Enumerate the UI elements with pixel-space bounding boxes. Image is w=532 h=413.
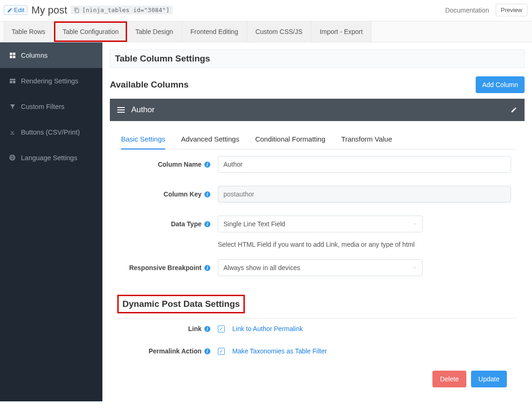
- responsive-value: Always show in all devices: [223, 264, 300, 271]
- grid-icon: [8, 51, 16, 59]
- sidebar-item-label: Columns: [21, 52, 47, 59]
- label-data-type-text: Data Type: [171, 220, 202, 228]
- download-icon: [8, 128, 16, 136]
- body-wrap: Columns Rendering Settings Custom Filter…: [0, 42, 532, 401]
- label-column-name: Column Name i: [117, 161, 210, 168]
- pencil-icon: [7, 7, 13, 13]
- top-tabs: Table Rows Table Configuration Table Des…: [0, 21, 532, 42]
- preview-button[interactable]: Preview: [496, 4, 527, 16]
- column-panel-header[interactable]: Author: [110, 99, 525, 121]
- add-column-button[interactable]: Add Column: [476, 76, 525, 93]
- label-responsive: Responsive Breakpoint i: [117, 264, 210, 271]
- data-type-value: Single Line Text Field: [223, 220, 285, 228]
- filter-icon: [8, 102, 16, 110]
- chevron-down-icon: [412, 265, 417, 270]
- info-icon[interactable]: i: [204, 221, 210, 227]
- footer-buttons: Delete Update: [110, 358, 525, 387]
- sidebar-item-filters[interactable]: Custom Filters: [0, 94, 102, 119]
- inner-tabs: Basic Settings Advanced Settings Conditi…: [117, 135, 517, 149]
- column-panel-header-left: Author: [117, 105, 155, 115]
- label-permalink-text: Permalink Action: [148, 347, 202, 355]
- row-responsive: Responsive Breakpoint i Always show in a…: [110, 253, 525, 283]
- label-permalink-action: Permalink Action i: [117, 347, 210, 355]
- dynamic-post-title: Dynamic Post Data Settings: [117, 295, 245, 313]
- delete-button[interactable]: Delete: [432, 371, 466, 387]
- page-title: Table Column Settings: [110, 49, 525, 68]
- top-header-right: Documentation Preview: [445, 4, 527, 16]
- row-permalink-action: Permalink Action i ✓ Make Taxonomies as …: [110, 335, 525, 358]
- inner-tab-basic[interactable]: Basic Settings: [121, 135, 165, 149]
- column-name-input[interactable]: [218, 156, 511, 173]
- column-header-name: Author: [131, 105, 155, 115]
- link-checkbox-label[interactable]: Link to Author Permalink: [232, 325, 303, 332]
- sidebar-item-label: Custom Filters: [21, 103, 64, 110]
- sidebar-item-rendering[interactable]: Rendering Settings: [0, 68, 102, 94]
- inner-tab-advanced[interactable]: Advanced Settings: [181, 135, 239, 149]
- panel-body: Basic Settings Advanced Settings Conditi…: [110, 121, 525, 387]
- responsive-select[interactable]: Always show in all devices: [218, 259, 423, 276]
- tab-custom-css-js[interactable]: Custom CSS/JS: [247, 21, 311, 42]
- available-columns-row: Available Columns Add Column: [110, 76, 525, 93]
- copy-icon: [74, 7, 80, 13]
- sidebar-item-label: Rendering Settings: [21, 77, 78, 85]
- sidebar-item-buttons[interactable]: Buttons (CSV/Print): [0, 119, 102, 145]
- link-checkbox[interactable]: ✓: [218, 325, 225, 332]
- row-column-key: Column Key i: [110, 179, 525, 209]
- inner-tab-conditional[interactable]: Conditional Formatting: [255, 135, 325, 149]
- label-link-text: Link: [188, 325, 202, 332]
- label-responsive-text: Responsive Breakpoint: [129, 264, 202, 271]
- sidebar-item-language[interactable]: Language Settings: [0, 145, 102, 170]
- inner-tab-transform[interactable]: Transform Value: [341, 135, 392, 149]
- data-type-select[interactable]: Single Line Text Field: [218, 216, 423, 232]
- tab-table-configuration[interactable]: Table Configuration: [54, 21, 127, 42]
- main-content: Table Column Settings Available Columns …: [102, 42, 532, 401]
- available-columns-title: Available Columns: [110, 80, 189, 90]
- label-column-key-text: Column Key: [163, 190, 202, 198]
- label-column-name-text: Column Name: [158, 161, 202, 168]
- post-title: My post: [31, 4, 67, 16]
- sidebar-item-label: Language Settings: [21, 154, 77, 162]
- translate-icon: [8, 154, 16, 162]
- info-icon[interactable]: i: [204, 326, 210, 332]
- documentation-link[interactable]: Documentation: [445, 7, 489, 14]
- top-header-left: Edit My post [ninja_tables id="3084"]: [4, 4, 173, 16]
- sidebar-item-columns[interactable]: Columns: [0, 42, 102, 68]
- label-column-key: Column Key i: [117, 190, 210, 198]
- shortcode-text: [ninja_tables id="3084"]: [82, 7, 169, 14]
- dynamic-post-section: Dynamic Post Data Settings: [117, 295, 517, 318]
- shortcode-chip[interactable]: [ninja_tables id="3084"]: [71, 6, 173, 14]
- data-type-hint: Select HTML Field if you want to add Lin…: [218, 241, 525, 248]
- permalink-checkbox-label[interactable]: Make Taxonomies as Table Filter: [232, 347, 327, 355]
- update-button[interactable]: Update: [471, 371, 507, 387]
- tab-import-export[interactable]: Import - Export: [311, 21, 372, 42]
- info-icon[interactable]: i: [204, 265, 210, 271]
- tab-table-rows[interactable]: Table Rows: [3, 21, 54, 42]
- chevron-down-icon: [412, 222, 417, 226]
- sidebar-item-label: Buttons (CSV/Print): [21, 129, 80, 136]
- layout-icon: [8, 77, 16, 85]
- edit-column-icon[interactable]: [511, 107, 517, 113]
- info-icon[interactable]: i: [204, 162, 210, 168]
- edit-button[interactable]: Edit: [4, 5, 27, 15]
- permalink-checkbox[interactable]: ✓: [218, 348, 225, 355]
- drag-handle-icon[interactable]: [117, 107, 125, 113]
- row-link: Link i ✓ Link to Author Permalink: [110, 318, 525, 335]
- top-header: Edit My post [ninja_tables id="3084"] Do…: [0, 0, 532, 18]
- column-panel: Author Basic Settings Advanced Settings …: [110, 99, 525, 387]
- sidebar: Columns Rendering Settings Custom Filter…: [0, 42, 102, 401]
- column-key-input: [218, 186, 511, 203]
- info-icon[interactable]: i: [204, 191, 210, 197]
- edit-label: Edit: [14, 7, 24, 14]
- info-icon[interactable]: i: [204, 348, 210, 354]
- tab-frontend-editing[interactable]: Frontend Editing: [182, 21, 247, 42]
- tab-table-design[interactable]: Table Design: [127, 21, 182, 42]
- row-column-name: Column Name i: [110, 149, 525, 179]
- label-data-type: Data Type i: [117, 220, 210, 228]
- label-link: Link i: [117, 325, 210, 332]
- row-data-type: Data Type i Single Line Text Field: [110, 209, 525, 239]
